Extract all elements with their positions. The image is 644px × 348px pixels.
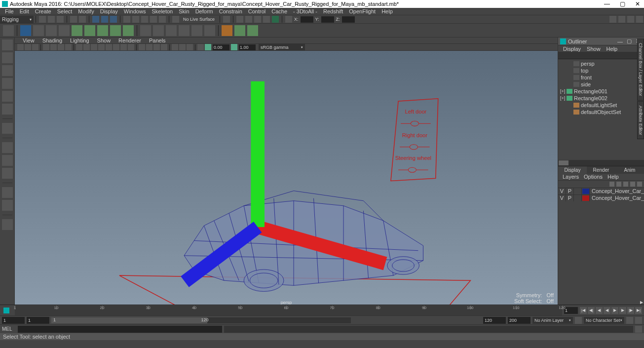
layers-menu-help[interactable]: Help xyxy=(605,174,621,180)
layer-empty-cell[interactable] xyxy=(574,195,582,201)
layers-menu-options[interactable]: Options xyxy=(581,174,605,180)
step-forward-button[interactable]: ▶ xyxy=(619,307,626,314)
tab-render[interactable]: Render xyxy=(587,166,615,174)
script-editor-button[interactable] xyxy=(635,326,642,333)
render-view-icon[interactable] xyxy=(263,16,270,23)
range-end-outer-field[interactable]: 200 xyxy=(508,317,530,324)
menu-edit[interactable]: Edit xyxy=(17,8,32,14)
x-field[interactable] xyxy=(301,16,313,23)
menu-cache[interactable]: Cache xyxy=(268,8,290,14)
last-tool-icon[interactable] xyxy=(2,123,13,134)
layer-row[interactable]: VPConcept_Hover_Car_Rusty_ xyxy=(558,194,644,201)
shelf-tool14-icon[interactable] xyxy=(191,25,202,36)
hypershade-icon[interactable] xyxy=(272,16,279,23)
outliner-hscrollbar[interactable] xyxy=(558,160,644,166)
select-mode-icon[interactable] xyxy=(92,16,99,23)
menu-constrain[interactable]: Constrain xyxy=(216,8,245,14)
go-to-end-button[interactable]: ▶| xyxy=(635,307,642,314)
layer-playback-toggle[interactable]: P xyxy=(566,195,574,201)
snap-plane-icon[interactable] xyxy=(150,16,157,23)
sidebar-toggle4-icon[interactable] xyxy=(636,16,643,23)
shelf-tool10-icon[interactable] xyxy=(140,25,151,36)
layer-icon-2[interactable] xyxy=(616,182,621,187)
go-to-start-button[interactable]: |◀ xyxy=(580,307,587,314)
shelf-tool8-icon[interactable] xyxy=(110,25,121,36)
range-start-inner-field[interactable]: 1 xyxy=(27,317,49,324)
sidebar-toggle3-icon[interactable] xyxy=(627,16,634,23)
ipr-icon[interactable] xyxy=(245,16,252,23)
panel-menu-show[interactable]: Show xyxy=(93,38,115,43)
shelf-tool17-icon[interactable] xyxy=(234,25,245,36)
layer-icon-4[interactable] xyxy=(630,182,635,187)
script-language-label[interactable]: MEL xyxy=(2,326,16,332)
layout-outliner-icon[interactable] xyxy=(2,200,13,211)
layout-custom-icon[interactable] xyxy=(2,219,13,230)
construction-history-icon[interactable] xyxy=(223,16,230,23)
layer-color-swatch[interactable] xyxy=(582,188,590,194)
shelf-tool13-icon[interactable] xyxy=(179,25,189,36)
shelf-tool18-icon[interactable] xyxy=(247,25,258,36)
menu-control[interactable]: Control xyxy=(245,8,268,14)
outliner-item[interactable]: persp xyxy=(558,60,644,67)
anim-layer-icon[interactable] xyxy=(575,317,582,324)
shelf-tool1-icon[interactable] xyxy=(20,25,31,36)
side-tab-channelbox[interactable]: Channel Box / Layer Editor xyxy=(637,39,644,101)
menu-file[interactable]: File xyxy=(2,8,17,14)
render-icon[interactable] xyxy=(236,16,243,23)
step-forward-key-button[interactable]: |▶ xyxy=(627,307,634,314)
shelf-tool11-icon[interactable] xyxy=(153,25,164,36)
outliner-item[interactable]: [+]Rectangle001 xyxy=(558,88,644,95)
layer-color-swatch[interactable] xyxy=(582,195,590,201)
layer-icon-5[interactable] xyxy=(637,182,642,187)
layer-icon-1[interactable] xyxy=(609,182,614,187)
outliner-item[interactable]: top xyxy=(558,67,644,74)
current-frame-field[interactable]: 1 xyxy=(564,307,578,314)
step-back-key-button[interactable]: ◀| xyxy=(588,307,595,314)
layer-row[interactable]: VPConcept_Hover_Car_Rusty_ xyxy=(558,188,644,194)
shelf-tool7-icon[interactable] xyxy=(97,25,108,36)
tab-anim[interactable]: Anim xyxy=(615,166,644,174)
outliner-item[interactable]: front xyxy=(558,74,644,81)
panel-menu-view[interactable]: View xyxy=(19,38,38,43)
outliner-maximize-button[interactable]: ▢ xyxy=(625,38,634,44)
layout-persp-icon[interactable] xyxy=(2,187,13,198)
panel-menu-renderer[interactable]: Renderer xyxy=(114,38,145,43)
menu-create[interactable]: Create xyxy=(32,8,54,14)
rotate-tool-icon[interactable] xyxy=(2,91,13,102)
live-surface-icon[interactable] xyxy=(172,16,179,23)
outliner-minimize-button[interactable]: — xyxy=(615,39,625,44)
shelf-tool4-icon[interactable] xyxy=(59,25,70,36)
outliner-menu-show[interactable]: Show xyxy=(584,46,604,52)
outliner-item[interactable]: side xyxy=(558,81,644,88)
layout-four-icon[interactable] xyxy=(2,155,13,166)
range-end-inner-field[interactable]: 120 xyxy=(483,317,506,324)
outliner-item[interactable]: defaultObjectSet xyxy=(558,109,644,116)
maximize-button[interactable]: ▢ xyxy=(618,0,627,7)
paint-tool-icon[interactable] xyxy=(2,65,13,76)
menu-3dtoall[interactable]: - 3DtoAll - xyxy=(290,8,320,14)
autokey-icon[interactable] xyxy=(626,317,633,324)
layer-icon-3[interactable] xyxy=(623,182,628,187)
animprefs-icon[interactable] xyxy=(635,317,642,324)
snap-grid-icon[interactable] xyxy=(123,16,130,23)
shelf-tool5-icon[interactable] xyxy=(72,25,82,36)
command-input[interactable] xyxy=(18,326,222,333)
z-field[interactable] xyxy=(342,16,355,23)
open-scene-icon[interactable] xyxy=(48,16,55,23)
menu-select[interactable]: Select xyxy=(54,8,76,14)
minimize-button[interactable]: — xyxy=(602,0,612,7)
layer-playback-toggle[interactable]: P xyxy=(566,188,574,194)
shelf-tool2-icon[interactable] xyxy=(33,25,44,36)
menu-deform[interactable]: Deform xyxy=(192,8,216,14)
viewport-persp[interactable]: Left door Right door Steering wheel xyxy=(15,51,558,306)
shelf-gear-icon[interactable] xyxy=(3,25,14,36)
lasso-tool-icon[interactable] xyxy=(2,52,13,63)
layers-scroll-right-icon[interactable]: ▶ xyxy=(640,300,643,305)
menu-help[interactable]: Help xyxy=(379,8,396,14)
menu-modify[interactable]: Modify xyxy=(75,8,97,14)
shelf-tool15-icon[interactable] xyxy=(204,25,215,36)
time-slider[interactable]: 1102030405060708090100110120 xyxy=(15,306,562,315)
step-back-button[interactable]: ◀ xyxy=(596,307,603,314)
anim-layer-dropdown[interactable]: No Anim Layer xyxy=(532,317,573,324)
outliner-search-input[interactable] xyxy=(558,52,644,59)
